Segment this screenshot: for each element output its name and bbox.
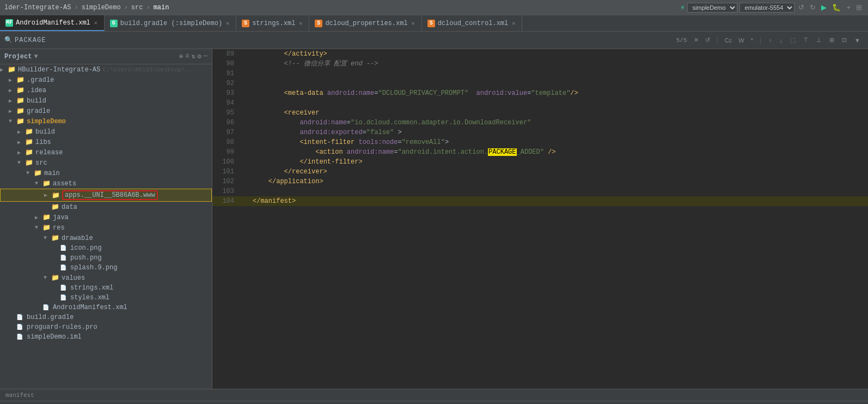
code-text-101: </receiver> (250, 167, 868, 177)
line-number-97: 97 (212, 128, 240, 137)
tab-label-manifest: AndroidManifest.xml (16, 19, 90, 27)
tree-item-label: build.gradle (27, 313, 74, 321)
tag-close-intent-filter: </intent-filter> (299, 158, 362, 166)
tree-arrow (0, 67, 8, 73)
run-button[interactable]: ▶ (820, 3, 828, 11)
tree-item-10[interactable]: 📁main (0, 168, 212, 178)
tree-arrow (17, 129, 25, 135)
refresh-button-1[interactable]: ↺ (797, 3, 806, 11)
tree-item-label: java (53, 214, 69, 221)
tree-item-26[interactable]: 📄simpleDemo.iml (0, 332, 212, 342)
tag-intent-filter: <intent-filter (299, 138, 354, 146)
tree-item-12[interactable]: 📁apps.__UNI__5B86A6B.www (0, 189, 212, 202)
tree-item-24[interactable]: 📄build.gradle (0, 312, 212, 322)
tab-dcloud-control[interactable]: S dcloud_control.xml ✕ (422, 15, 523, 31)
bottom-tab-merged-manifest[interactable]: Merged Manifest (36, 402, 111, 405)
tree-item-18[interactable]: 📄push.png (0, 253, 212, 263)
tree-item-5[interactable]: 📁simpleDemo (0, 116, 212, 126)
search-input[interactable] (15, 37, 672, 44)
tree-item-6[interactable]: 📁build (0, 126, 212, 137)
line-number-94: 94 (212, 98, 240, 108)
search-filter-button[interactable]: ▼ (851, 35, 864, 45)
search-more1-button[interactable]: ⊤ (800, 35, 812, 45)
file-icon: 📄 (42, 304, 51, 311)
tree-arrow (35, 225, 42, 231)
sidebar-sort-icon[interactable]: ⇅ (191, 52, 195, 61)
search-more2-button[interactable]: ⊥ (813, 35, 825, 45)
debug-button[interactable]: 🐛 (830, 3, 842, 11)
folder-icon: 📁 (25, 159, 34, 167)
tab-close-gradle[interactable]: ✕ (225, 20, 230, 27)
tree-item-22[interactable]: 📄styles.xml (0, 293, 212, 303)
tree-item-11[interactable]: 📁assets (0, 178, 212, 189)
search-regex-button[interactable]: * (749, 36, 755, 45)
bottom-tab-text[interactable]: Text (5, 402, 36, 405)
status-breadcrumb-bar: manifest (0, 389, 868, 401)
tree-item-13[interactable]: 📁data (0, 202, 212, 212)
line-number-96: 96 (212, 118, 240, 128)
tree-item-23[interactable]: 📄AndroidManifest.xml (0, 303, 212, 312)
search-prev-button[interactable]: ↑ (766, 35, 775, 45)
tree-item-25[interactable]: 📄proguard-rules.pro (0, 322, 212, 332)
tree-item-0[interactable]: 📁HBuilder-Integrate-ASC:\Users\86183\Des… (0, 64, 212, 75)
tree-item-17[interactable]: 📄icon.png (0, 243, 212, 253)
search-word-button[interactable]: W (736, 36, 746, 45)
tree-item-label: src (35, 159, 47, 167)
line-number-103: 103 (212, 186, 240, 196)
tree-item-19[interactable]: 📄splash.9.png (0, 263, 212, 273)
attr-value-privacy: "DCLOUD_PRIVACY_PROMPT" (378, 89, 468, 97)
search-toolbar-right: ↑ ↓ ⬚ ⊤ ⊥ ⊞ ⊡ ▼ (766, 35, 864, 45)
search-wrap-button[interactable]: ⬚ (787, 35, 799, 45)
tree-item-3[interactable]: 📁build (0, 95, 212, 106)
tab-androidmanifest[interactable]: MF AndroidManifest.xml ✕ (0, 15, 105, 31)
code-line-95: 95 <receiver (212, 108, 868, 118)
tree-item-15[interactable]: 📁res (0, 222, 212, 233)
tree-item-1[interactable]: 📁.gradle (0, 75, 212, 85)
search-cycle-button[interactable]: ↺ (703, 35, 712, 45)
search-case-button[interactable]: Cc (723, 36, 734, 45)
project-select[interactable]: simpleDemo (687, 3, 737, 13)
tab-close-manifest[interactable]: ✕ (93, 19, 99, 27)
tag-close-manifest: </manifest> (253, 197, 296, 205)
search-more4-button[interactable]: ⊡ (839, 35, 850, 45)
attr-value-receiver: "io.dcloud.common.adapter.io.DownloadRec… (351, 119, 531, 126)
tab-icon-manifest: MF (5, 19, 13, 27)
tab-close-dcloud-props[interactable]: ✕ (411, 20, 416, 27)
tab-strings[interactable]: S strings.xml ✕ (236, 15, 309, 31)
tree-item-2[interactable]: 📁.idea (0, 85, 212, 95)
tree-item-20[interactable]: 📁values (0, 273, 212, 283)
tree-item-21[interactable]: 📄strings.xml (0, 283, 212, 293)
code-content[interactable]: 89 </activity>90 <!-- 微信分享 配置 end -->919… (212, 49, 868, 389)
tab-close-dcloud-ctrl[interactable]: ✕ (511, 20, 516, 27)
code-line-98: 98 <intent-filter tools:node="removeAll"… (212, 137, 868, 147)
sidebar-settings-icon[interactable]: ⚙ (198, 52, 201, 61)
attr-value-removeall: "removeAll" (402, 138, 445, 146)
refresh-button-2[interactable]: ↻ (808, 3, 817, 11)
bracket-98: > (445, 138, 449, 146)
folder-icon: 📁 (42, 213, 51, 221)
tree-item-8[interactable]: 📁release (0, 147, 212, 158)
tree-item-14[interactable]: 📁java (0, 212, 212, 222)
bottom-tab-bar: Text Merged Manifest CSDN @Dcripple (0, 401, 868, 404)
search-clear-button[interactable]: ✕ (692, 35, 701, 45)
folder-icon: 📁 (52, 191, 60, 200)
tree-item-9[interactable]: 📁src (0, 158, 212, 168)
tree-item-4[interactable]: 📁gradle (0, 106, 212, 116)
device-select[interactable]: emulator-5554 (739, 3, 794, 13)
folder-icon: 📁 (42, 179, 51, 188)
tree-arrow (17, 160, 25, 166)
search-more3-button[interactable]: ⊞ (826, 35, 838, 45)
sidebar-add-icon[interactable]: ⊕ (179, 52, 183, 61)
grid-button[interactable]: ⊞ (854, 3, 864, 11)
sidebar-minimize-icon[interactable]: — (204, 52, 207, 61)
sidebar-icons: ⊕ ≡ ⇅ ⚙ — (179, 52, 207, 61)
tab-dcloud-properties[interactable]: S dcloud_properties.xml ✕ (309, 15, 421, 31)
add-button[interactable]: + (845, 3, 852, 11)
tab-build-gradle[interactable]: G build.gradle (:simpleDemo) ✕ (105, 15, 236, 31)
tab-close-strings[interactable]: ✕ (298, 20, 303, 27)
tree-item-16[interactable]: 📁drawable (0, 233, 212, 243)
sidebar-menu-icon[interactable]: ≡ (185, 52, 189, 61)
search-next-button[interactable]: ↓ (777, 35, 786, 45)
tree-item-7[interactable]: 📁libs (0, 137, 212, 147)
tree-arrow (9, 108, 16, 114)
